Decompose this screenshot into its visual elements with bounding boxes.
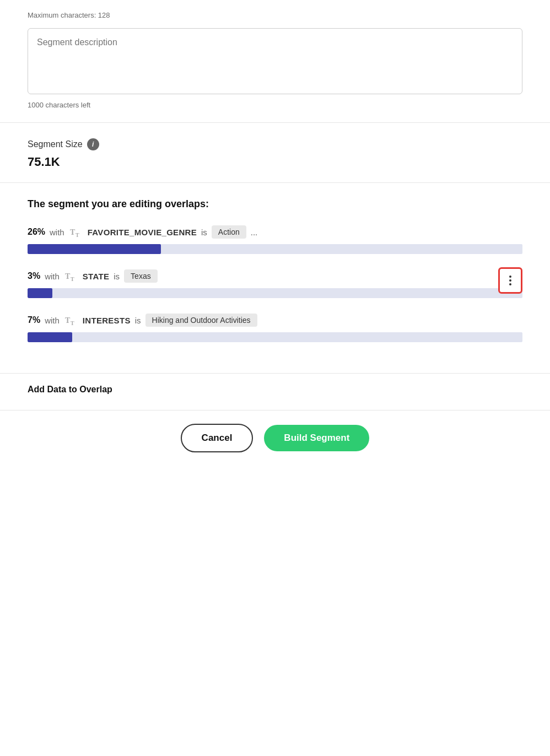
- add-data-section: Add Data to Overlap: [0, 374, 550, 410]
- max-chars-label: Maximum characters: 128: [28, 11, 522, 19]
- progress-fill-3: [28, 332, 72, 342]
- field-name-1: FAVORITE_MOVIE_GENRE: [88, 228, 197, 237]
- tt-icon-2: T T: [65, 271, 77, 281]
- tag-badge-3-0: Hiking and Outdoor Activities: [145, 314, 257, 327]
- svg-text:T: T: [76, 232, 79, 237]
- footer: Cancel Build Segment: [0, 410, 550, 466]
- overlap-percent-3: 7%: [28, 315, 40, 325]
- tag-badge-2-0: Texas: [124, 269, 158, 283]
- svg-text:T: T: [65, 272, 71, 280]
- info-icon[interactable]: i: [87, 138, 99, 150]
- build-segment-button[interactable]: Build Segment: [264, 425, 369, 451]
- overlap-percent-2: 3%: [28, 271, 40, 281]
- tag-badge-1-0: Action: [212, 225, 246, 239]
- progress-bar-3: [28, 332, 522, 342]
- dot-3: [509, 283, 511, 285]
- ellipsis-1: ...: [251, 228, 258, 237]
- tt-icon-1: T T: [70, 227, 82, 237]
- progress-bar-2: [28, 288, 522, 298]
- segment-size-value: 75.1K: [28, 155, 522, 169]
- progress-fill-2: [28, 288, 52, 298]
- overlap-item-3: 7% with T T INTERESTS is Hiking and Outd…: [28, 314, 522, 342]
- is-text-1: is: [201, 228, 207, 237]
- progress-bar-1: [28, 244, 522, 254]
- dot-1: [509, 276, 511, 278]
- svg-text:T: T: [70, 228, 76, 236]
- page-wrapper: Maximum characters: 128 1000 characters …: [0, 0, 550, 466]
- cancel-button[interactable]: Cancel: [181, 424, 254, 452]
- add-data-link[interactable]: Add Data to Overlap: [28, 385, 112, 394]
- dot-2: [509, 279, 511, 282]
- overlap-row-3: 7% with T T INTERESTS is Hiking and Outd…: [28, 314, 522, 327]
- segment-size-label-row: Segment Size i: [28, 138, 522, 150]
- with-text-1: with: [50, 228, 64, 237]
- top-section: Maximum characters: 128 1000 characters …: [0, 0, 550, 123]
- segment-description-input[interactable]: [28, 28, 522, 94]
- overlap-item-1: 26% with T T FAVORITE_MOVIE_GENRE is Act…: [28, 225, 522, 254]
- svg-text:T: T: [71, 276, 74, 281]
- svg-text:T: T: [71, 320, 74, 325]
- segment-size-section: Segment Size i 75.1K: [0, 123, 550, 183]
- segment-size-text: Segment Size: [28, 139, 83, 149]
- is-text-3: is: [135, 316, 141, 325]
- field-name-2: STATE: [83, 272, 109, 281]
- is-text-2: is: [114, 272, 120, 281]
- overlap-row-2: 3% with T T STATE is Texas: [28, 269, 522, 283]
- progress-fill-1: [28, 244, 161, 254]
- chars-left-label: 1000 characters left: [28, 101, 522, 109]
- three-dots-button[interactable]: [498, 267, 522, 294]
- svg-text:T: T: [65, 316, 71, 325]
- tt-icon-3: T T: [65, 315, 77, 325]
- overlap-row-1: 26% with T T FAVORITE_MOVIE_GENRE is Act…: [28, 225, 522, 239]
- with-text-3: with: [45, 316, 60, 325]
- with-text-2: with: [45, 272, 60, 281]
- field-name-3: INTERESTS: [83, 316, 131, 325]
- overlaps-title: The segment you are editing overlaps:: [28, 198, 522, 210]
- overlap-percent-1: 26%: [28, 227, 45, 237]
- overlap-item-2: 3% with T T STATE is Texas: [28, 269, 522, 298]
- overlaps-section: The segment you are editing overlaps: 26…: [0, 183, 550, 374]
